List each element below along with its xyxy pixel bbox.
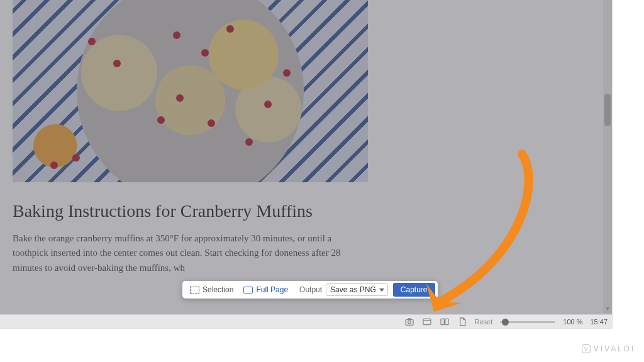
page-content: Baking Instructions for Cranberry Muffin…: [0, 0, 385, 314]
page-actions-icon[interactable]: [457, 317, 467, 327]
svg-point-1: [408, 321, 411, 324]
output-format-value: Save as PNG: [330, 285, 376, 294]
capture-toolbar: Selection Full Page Output Save as PNG C…: [182, 281, 438, 299]
article-body: Bake the orange cranberry muffins at 350…: [13, 231, 365, 275]
output-format-select[interactable]: Save as PNG: [326, 283, 388, 296]
capture-button[interactable]: Capture: [393, 283, 435, 297]
scrollbar-down-arrow[interactable]: ▾: [604, 305, 611, 312]
panel-toggle-icon[interactable]: [422, 317, 432, 327]
scrollbar-thumb[interactable]: [604, 94, 611, 126]
capture-fullpage-button[interactable]: Full Page: [238, 283, 293, 296]
vivaldi-logo-icon: V: [582, 344, 591, 353]
status-bar: Reset 100 % 15:47: [0, 314, 613, 329]
clock: 15:47: [590, 318, 608, 326]
browser-window: Baking Instructions for Cranberry Muffin…: [0, 0, 613, 329]
zoom-reset-button[interactable]: Reset: [475, 318, 493, 326]
capture-icon[interactable]: [404, 317, 414, 327]
page-sidebar-blank: [385, 0, 613, 314]
zoom-value: 100 %: [563, 318, 582, 326]
vertical-scrollbar[interactable]: ▾: [603, 0, 612, 313]
zoom-slider-thumb[interactable]: [502, 319, 509, 326]
svg-rect-4: [445, 319, 448, 324]
hero-image: [13, 0, 368, 182]
capture-selection-button[interactable]: Selection: [185, 283, 238, 296]
article-title: Baking Instructions for Cranberry Muffin…: [13, 201, 385, 221]
zoom-slider[interactable]: [500, 321, 555, 323]
fullpage-label: Full Page: [256, 285, 288, 294]
selection-icon: [190, 287, 199, 293]
output-label: Output: [299, 285, 322, 294]
fullpage-icon: [243, 287, 253, 293]
vivaldi-brand-text: VIVALDI: [594, 344, 635, 353]
tiling-icon[interactable]: [440, 317, 450, 327]
vivaldi-watermark: V VIVALDI: [582, 344, 635, 353]
svg-rect-3: [441, 319, 444, 324]
svg-rect-2: [423, 319, 431, 324]
selection-label: Selection: [203, 285, 233, 294]
